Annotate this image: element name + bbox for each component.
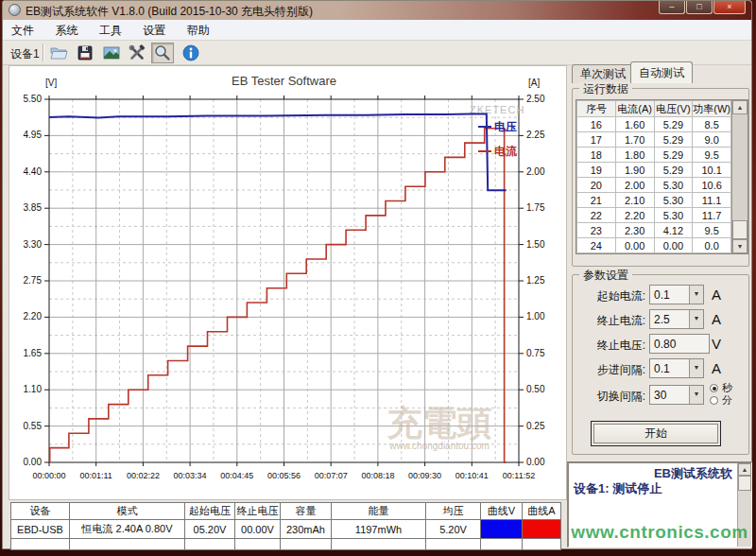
close-button[interactable]: × <box>713 1 746 14</box>
run-data-row[interactable]: 212.105.3011.1 <box>577 193 731 208</box>
chevron-down-icon[interactable]: ▼ <box>689 286 703 304</box>
bottom-table-header-cell: 模式 <box>70 503 185 520</box>
zoom-button[interactable] <box>151 43 174 63</box>
run-data-row[interactable]: 232.304.129.5 <box>577 223 731 238</box>
run-data-row[interactable]: 181.805.299.5 <box>577 148 731 163</box>
avg-voltage-cell: 5.20V <box>426 520 481 539</box>
run-data-column-header: 电流(A) <box>615 101 654 117</box>
param-unit: A <box>712 287 721 303</box>
scrollbar-thumb[interactable] <box>738 476 751 491</box>
bottom-table-empty-cell <box>426 539 481 550</box>
menu-item-settings[interactable]: 设置 <box>134 20 174 42</box>
run-data-row[interactable]: 222.205.3011.7 <box>577 208 731 223</box>
app-icon <box>9 4 21 16</box>
svg-text:2.20: 2.20 <box>24 311 43 321</box>
zoom-icon <box>153 43 172 62</box>
scroll-up-icon[interactable]: ▲ <box>732 100 747 114</box>
tab-auto-test[interactable]: 自动测试 <box>630 61 693 83</box>
menu-item-help[interactable]: 帮助 <box>179 20 218 42</box>
info-button[interactable] <box>180 43 202 63</box>
params-group-label: 参数设置 <box>579 268 632 284</box>
export-image-icon <box>102 43 121 62</box>
run-data-cell: 5.29 <box>654 117 693 132</box>
run-data-cell: 2.20 <box>615 208 654 223</box>
device-cell: EBD-USB <box>11 520 70 539</box>
scrollbar-thumb[interactable] <box>732 220 747 239</box>
run-data-cell: 5.29 <box>654 148 693 163</box>
capacity-cell: 230mAh <box>281 520 332 539</box>
bottom-table-header-cell: 设备 <box>11 503 70 520</box>
bottom-table-row: EBD-USB 恒电流 2.40A 0.80V 05.20V 00.00V 23… <box>11 520 561 539</box>
svg-text:00:09:30: 00:09:30 <box>408 471 441 480</box>
menu-item-tools[interactable]: 工具 <box>91 20 130 42</box>
run-data-cell: 24 <box>577 238 616 253</box>
bottom-table-empty-cell <box>332 539 426 550</box>
cntronics-watermark: www.cntronics.com <box>566 522 753 543</box>
radio-dot-icon <box>710 384 718 392</box>
run-data-cell: 16 <box>577 117 616 132</box>
run-data-cell: 2.10 <box>615 193 654 208</box>
menu-item-file[interactable]: 文件 <box>3 20 43 42</box>
run-data-row[interactable]: 202.005.3010.6 <box>577 178 731 193</box>
save-icon <box>76 43 94 62</box>
run-data-cell: 2.00 <box>615 178 654 193</box>
export-image-button[interactable] <box>100 43 123 63</box>
chevron-down-icon[interactable]: ▼ <box>689 386 703 404</box>
svg-text:1.25: 1.25 <box>526 275 545 286</box>
svg-text:1.65: 1.65 <box>24 348 43 358</box>
svg-text:充電頭: 充電頭 <box>387 404 492 443</box>
run-data-cell: 8.5 <box>693 117 731 132</box>
bottom-table-empty-cell <box>281 539 332 550</box>
run-data-row[interactable]: 191.905.2910.1 <box>577 163 731 178</box>
menu-item-system[interactable]: 系统 <box>46 20 86 42</box>
param-label: 终止电流: <box>597 313 645 329</box>
bottom-table-header: 设备模式起始电压终止电压容量能量均压曲线V曲线A <box>11 503 561 520</box>
open-folder-button[interactable] <box>47 43 70 63</box>
run-data-row[interactable]: 171.705.299.0 <box>577 132 731 148</box>
step-interval-combo[interactable]: 0.1 ▼ <box>649 358 704 378</box>
run-data-row[interactable]: 161.605.298.5 <box>577 117 731 132</box>
info-icon <box>181 43 200 62</box>
run-data-group-label: 运行数据 <box>579 81 632 97</box>
chevron-down-icon[interactable]: ▼ <box>689 359 703 377</box>
save-button[interactable] <box>74 43 96 63</box>
run-data-cell: 5.29 <box>654 132 693 148</box>
tools-button[interactable] <box>126 43 148 63</box>
minimize-button[interactable]: – <box>659 1 685 14</box>
tab-single-test[interactable]: 单次测试 <box>572 64 634 83</box>
run-data-cell: 0.00 <box>654 238 693 253</box>
switch-interval-combo[interactable]: 30 ▼ <box>649 385 704 405</box>
svg-text:5.50: 5.50 <box>24 94 43 104</box>
bottom-table-empty-cell <box>11 539 70 550</box>
radio-minutes[interactable]: 分 <box>710 394 751 407</box>
curve-v-swatch[interactable] <box>481 520 523 539</box>
end-voltage-input[interactable]: 0.80 <box>649 334 710 354</box>
bottom-table-empty-cell <box>235 539 281 550</box>
start-current-combo[interactable]: 0.1 ▼ <box>649 285 704 304</box>
run-data-cell: 0.00 <box>615 238 654 253</box>
chart-panel: 00:00:0000:01:1100:02:2200:03:3400:04:45… <box>9 65 567 500</box>
svg-text:EB Tester Software: EB Tester Software <box>232 74 336 88</box>
svg-text:[V]: [V] <box>45 78 57 88</box>
run-data-row[interactable]: 240.000.000.0 <box>577 238 731 253</box>
run-data-body: 161.605.298.5171.705.299.0181.805.299.51… <box>577 117 731 253</box>
run-data-scrollbar[interactable]: ▲ ▼ <box>731 100 747 253</box>
run-data-grid: 序号电流(A)电压(V)功率(W) 161.605.298.5171.705.2… <box>576 99 748 254</box>
param-row-end-voltage: 终止电压: 0.80 V <box>576 334 751 355</box>
maximize-button[interactable]: □ <box>686 1 713 14</box>
mode-cell: 恒电流 2.40A 0.80V <box>70 520 185 539</box>
run-data-cell: 5.29 <box>654 163 693 178</box>
toolbar-separator <box>43 43 44 61</box>
start-button[interactable]: 开始 <box>593 424 718 443</box>
scroll-up-icon[interactable]: ▲ <box>738 463 751 476</box>
radio-seconds[interactable]: 秒 <box>710 382 751 394</box>
run-data-cell: 5.30 <box>654 178 693 193</box>
chevron-down-icon[interactable]: ▼ <box>689 310 703 328</box>
param-label: 步进间隔: <box>597 362 645 378</box>
log-line-2: 设备1: 测试停止 <box>574 480 662 497</box>
end-current-combo[interactable]: 2.5 ▼ <box>649 309 704 329</box>
svg-text:0.50: 0.50 <box>526 384 545 394</box>
curve-a-swatch[interactable] <box>523 520 561 539</box>
scroll-down-icon[interactable]: ▼ <box>732 239 747 253</box>
run-data-cell: 9.5 <box>693 148 731 163</box>
